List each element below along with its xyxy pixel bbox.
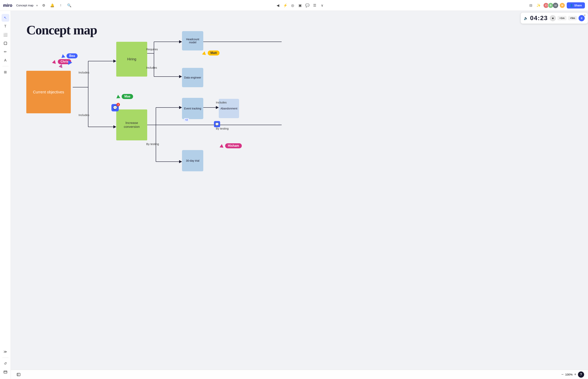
svg-marker-6 [113, 60, 116, 63]
expand-tool[interactable]: ≫ [1, 348, 9, 356]
panels-tool[interactable] [1, 368, 9, 376]
zoom-out-button[interactable]: − [561, 372, 564, 377]
canvas-inner: Concept map Current objectives Hiring In… [11, 11, 588, 379]
svg-rect-0 [4, 42, 7, 45]
menu-icon[interactable]: ☰ [312, 2, 318, 9]
filter-icon[interactable]: ⊟ [528, 2, 534, 9]
label-includes-hiring: Includes [146, 66, 157, 69]
label-includes-top: Includes [79, 71, 89, 74]
board-panel-toggle[interactable] [15, 371, 22, 379]
sticky-current-objectives[interactable]: Current objectives [26, 71, 71, 113]
sticky-increase-conversion[interactable]: Increase conversion [116, 110, 147, 140]
left-toolbar: ↖ T ⬜ ✏ A ⊞ ≫ ↺ [0, 11, 11, 379]
text-tool[interactable]: T [1, 22, 9, 30]
magic-icon[interactable]: ✨ [535, 2, 541, 9]
help-button[interactable]: ? [578, 371, 584, 378]
toolbar-separator-2 [2, 358, 9, 358]
label-by-testing-top: By testing [146, 142, 159, 146]
select-tool[interactable]: ↖ [1, 14, 9, 22]
zoom-level[interactable]: 100% [565, 373, 572, 376]
search-icon[interactable]: 🔍 [66, 2, 72, 9]
cursor-bea-label: Bea [66, 53, 78, 58]
topbar-right: ⊟ ✨ C B 12 M 👤 Share [528, 2, 585, 9]
timer-stop-button[interactable]: ■ [550, 15, 556, 21]
zoom-controls: − 100% + ? [561, 371, 584, 378]
cursor-mae-label: Mae [122, 94, 133, 99]
timer-icon[interactable]: ◎ [289, 2, 296, 9]
box-data-engineer[interactable]: Data engineer [182, 68, 203, 87]
canvas: Concept map Current objectives Hiring In… [11, 11, 588, 379]
timer-controls: ■ +1m +5m ⏸ [550, 15, 585, 21]
cursor-mae: Mae [116, 94, 133, 99]
event-tracking-plus-badge[interactable]: +2 [184, 118, 189, 122]
sticky-hiring[interactable]: Hiring [116, 42, 147, 77]
page-title: Concept map [26, 22, 97, 38]
avatar-count[interactable]: 12 [553, 3, 558, 8]
avatar-main[interactable]: M [559, 2, 565, 8]
comment-count: 2 [116, 103, 120, 106]
svg-marker-14 [179, 75, 182, 78]
screen-share-icon[interactable]: ▣ [297, 2, 303, 9]
svg-rect-1 [4, 371, 7, 373]
prev-nav-icon[interactable]: ◀ [275, 2, 281, 9]
label-by-testing-bottom: By testing [216, 127, 229, 130]
cursor-matt: Matt [202, 50, 220, 56]
topbar: miro Concept map ★ ⚙ 🔔 ↑ 🔍 ◀ ⚡ ◎ ▣ 💬 ☰ ∨… [0, 0, 588, 11]
label-requires: Requires [146, 47, 158, 51]
svg-marker-24 [179, 160, 182, 163]
shape-tool[interactable] [1, 39, 9, 47]
share-button[interactable]: 👤 Share [567, 2, 585, 9]
lightning-icon[interactable]: ⚡ [282, 2, 288, 9]
zoom-in-button[interactable]: + [574, 372, 576, 377]
sticky-note-tool[interactable]: ⬜ [1, 31, 9, 39]
comment-icon-abandonment[interactable]: 💬 [214, 121, 220, 127]
timer-overlay: ✕ 🔈 04:23 ■ +1m +5m ⏸ [521, 12, 588, 24]
box-headcount-model[interactable]: Headcount model [182, 31, 203, 50]
pen-tool[interactable]: ✏ [1, 48, 9, 56]
cursor-hisham: Hisham [220, 143, 242, 148]
comment-icon[interactable]: 💬 [304, 2, 310, 9]
timer-sound-icon[interactable]: 🔈 [524, 16, 528, 20]
share-person-icon: 👤 [570, 4, 573, 7]
notifications-icon[interactable]: 🔔 [49, 2, 55, 9]
undo-tool[interactable]: ↺ [1, 360, 9, 367]
label-includes-connector: Includes [216, 101, 227, 104]
comment-icon: 💬 [113, 106, 117, 110]
cursor-bea: Bea [61, 53, 78, 58]
text-format-tool[interactable]: A [1, 56, 9, 64]
svg-marker-12 [179, 40, 182, 43]
bottom-bar: − 100% + ? [11, 370, 588, 379]
toolbar-separator [2, 66, 9, 66]
svg-marker-20 [216, 106, 219, 109]
more-dropdown-icon[interactable]: ∨ [319, 2, 325, 9]
grid-tool[interactable]: ⊞ [1, 68, 9, 76]
star-icon[interactable]: ★ [36, 4, 38, 7]
cursor-matt-label: Matt [208, 50, 220, 56]
comment-badge[interactable]: 💬 2 [111, 104, 119, 111]
board-title[interactable]: Concept map [16, 4, 33, 7]
settings-icon[interactable]: ⚙ [41, 2, 47, 9]
app-logo: miro [3, 3, 12, 8]
timer-plus5m-button[interactable]: +5m [568, 16, 577, 20]
svg-rect-25 [17, 373, 20, 376]
share-upload-icon[interactable]: ↑ [58, 2, 64, 9]
box-thirty-day-trial[interactable]: 30-day trial [182, 150, 203, 171]
avatar-group[interactable]: C B 12 M [543, 2, 565, 8]
svg-marker-8 [113, 125, 116, 128]
box-event-tracking[interactable]: Event tracking [182, 98, 203, 119]
svg-marker-18 [179, 106, 182, 109]
cursor-hisham-label: Hisham [225, 143, 242, 148]
timer-display: 04:23 [530, 15, 548, 22]
label-includes-bottom: Includes [79, 113, 89, 117]
timer-plus1m-button[interactable]: +1m [557, 16, 566, 20]
timer-close-button[interactable]: ✕ [584, 14, 586, 17]
